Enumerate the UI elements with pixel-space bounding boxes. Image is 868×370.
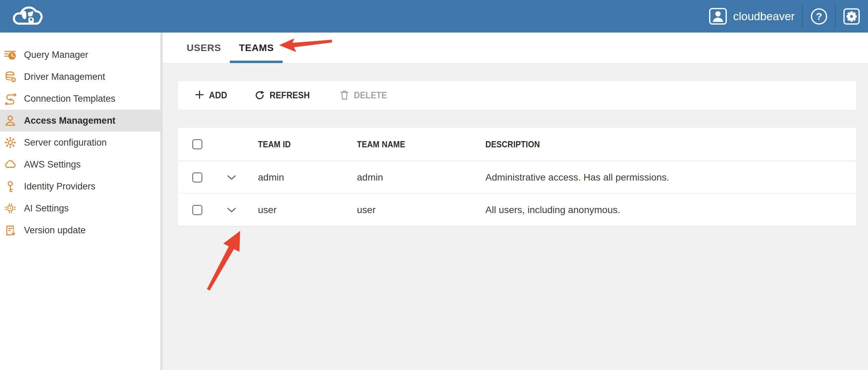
chevron-down-icon[interactable] (227, 175, 258, 180)
cell-description: Administrative access. Has all permissio… (485, 172, 856, 183)
admin-sidebar: Query Manager (0, 33, 160, 370)
sidebar-item-label: AWS Settings (24, 159, 81, 170)
sidebar-item-access-management[interactable]: Access Management (0, 110, 160, 132)
refresh-button-label: REFRESH (270, 90, 310, 101)
tab-users[interactable]: USERS (178, 33, 230, 63)
cloudbeaver-admin-screen: cloudbeaver ? (0, 0, 868, 370)
sidebar-item-label: AI Settings (24, 203, 69, 214)
sidebar-item-server-configuration[interactable]: Server configuration (0, 132, 160, 153)
username-label: cloudbeaver (733, 10, 795, 23)
cell-description: All users, including anonymous. (485, 205, 856, 215)
aws-cloud-icon (4, 158, 16, 171)
help-icon[interactable]: ? (810, 8, 828, 25)
column-header-description: DESCRIPTION (485, 139, 811, 150)
sidebar-item-ai-settings[interactable]: AI Settings (0, 197, 160, 219)
plus-icon (195, 90, 204, 101)
access-management-icon (4, 114, 16, 127)
version-update-icon (4, 224, 16, 236)
identity-key-icon (4, 180, 16, 193)
driver-management-icon (4, 71, 16, 83)
sidebar-item-label: Identity Providers (24, 181, 96, 192)
server-configuration-icon (4, 136, 16, 149)
teams-table-header: TEAM ID TEAM NAME DESCRIPTION (178, 128, 856, 161)
top-bar: cloudbeaver ? (0, 0, 868, 33)
sidebar-item-aws-settings[interactable]: AWS Settings (0, 153, 160, 175)
sidebar-item-query-manager[interactable]: Query Manager (0, 44, 160, 66)
add-team-button[interactable]: ADD (195, 90, 229, 101)
trash-icon (340, 90, 349, 101)
account-menu[interactable]: cloudbeaver (709, 8, 795, 25)
cell-team-id: admin (258, 172, 357, 183)
access-management-tabs: USERS TEAMS (163, 33, 868, 63)
add-button-label: ADD (209, 90, 227, 101)
table-row-admin[interactable]: admin admin Administrative access. Has a… (178, 161, 856, 194)
topbar-divider (835, 5, 836, 28)
sidebar-item-connection-templates[interactable]: Connection Templates (0, 88, 160, 110)
sidebar-item-label: Server configuration (24, 137, 107, 148)
cloudbeaver-logo (12, 4, 48, 28)
sidebar-item-version-update[interactable]: Version update (0, 219, 160, 241)
row-checkbox[interactable] (192, 205, 202, 215)
sidebar-item-label: Query Manager (24, 50, 88, 60)
row-checkbox[interactable] (192, 172, 202, 183)
sidebar-item-label: Driver Management (24, 72, 105, 82)
delete-button-label: DELETE (354, 90, 387, 101)
cell-team-name: user (357, 205, 485, 215)
chevron-down-icon[interactable] (227, 207, 258, 213)
select-all-checkbox[interactable] (192, 139, 202, 149)
tab-teams[interactable]: TEAMS (230, 33, 283, 63)
svg-text:?: ? (816, 11, 822, 22)
column-header-team-id: TEAM ID (258, 139, 345, 150)
cell-team-id: user (258, 205, 357, 215)
cell-team-name: admin (357, 172, 485, 183)
sidebar-item-label: Connection Templates (24, 94, 115, 104)
settings-gear-icon[interactable] (843, 8, 860, 25)
column-header-team-name: TEAM NAME (357, 139, 470, 150)
sidebar-item-driver-management[interactable]: Driver Management (0, 66, 160, 88)
sidebar-item-label: Version update (24, 225, 86, 236)
teams-toolbar: ADD REFRESH (178, 81, 856, 110)
topbar-divider (802, 5, 803, 28)
ai-chip-icon (4, 202, 16, 214)
teams-panel: ADD REFRESH (163, 63, 868, 370)
active-tab-underline (230, 61, 283, 63)
teams-table: TEAM ID TEAM NAME DESCRIPTION admin admi… (178, 128, 856, 226)
sidebar-content-divider (160, 33, 163, 370)
query-manager-icon (4, 49, 16, 61)
connection-templates-icon (4, 92, 16, 105)
tab-users-label: USERS (187, 42, 221, 53)
topbar-actions: cloudbeaver ? (709, 0, 860, 33)
delete-team-button[interactable]: DELETE (340, 90, 391, 101)
user-avatar-icon (709, 8, 727, 25)
refresh-button[interactable]: REFRESH (255, 90, 314, 101)
table-row-user[interactable]: user user All users, including anonymous… (178, 194, 856, 226)
sidebar-item-label: Access Management (24, 115, 115, 126)
tab-teams-label: TEAMS (239, 42, 274, 53)
refresh-icon (255, 90, 265, 101)
sidebar-item-identity-providers[interactable]: Identity Providers (0, 175, 160, 197)
